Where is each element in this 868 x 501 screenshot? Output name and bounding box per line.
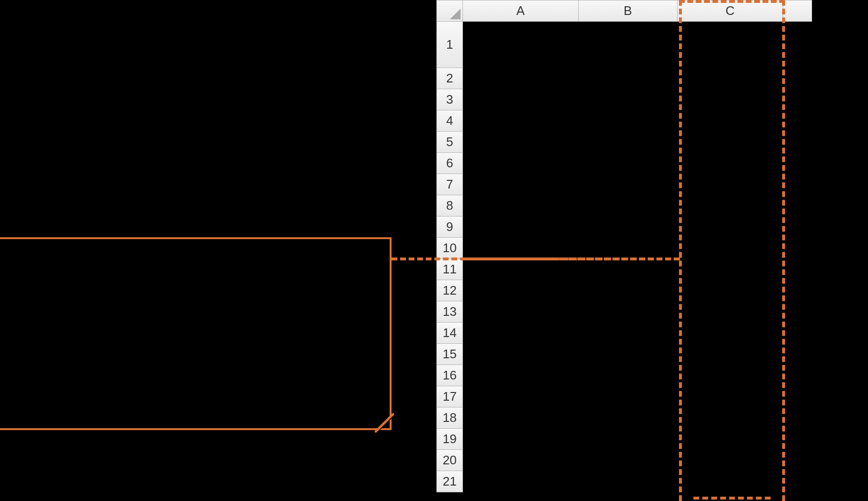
svg-line-1 xyxy=(375,413,394,433)
row-header-11[interactable]: 11 xyxy=(436,259,463,280)
column-header-c[interactable]: C xyxy=(678,0,783,22)
row-headers-column: 1 2 3 4 5 6 7 8 9 10 11 12 13 14 15 16 1… xyxy=(436,22,463,492)
row-header-6[interactable]: 6 xyxy=(436,153,463,174)
column-header-a[interactable]: A xyxy=(463,0,579,22)
row-header-7[interactable]: 7 xyxy=(436,174,463,195)
row-header-10[interactable]: 10 xyxy=(436,238,463,259)
row-header-13[interactable]: 13 xyxy=(436,301,463,323)
spreadsheet-fragment: A B C 1 2 3 4 5 6 7 8 9 10 11 12 13 14 1… xyxy=(436,0,868,501)
select-all-triangle-icon xyxy=(450,9,461,19)
row-header-20[interactable]: 20 xyxy=(436,450,463,471)
row-header-2[interactable]: 2 xyxy=(436,68,463,89)
column-header-b[interactable]: B xyxy=(579,0,678,22)
column-header-partial[interactable] xyxy=(783,0,812,22)
callout-box xyxy=(0,237,392,430)
row-header-4[interactable]: 4 xyxy=(436,110,463,132)
select-all-corner[interactable] xyxy=(436,0,463,22)
row-header-15[interactable]: 15 xyxy=(436,344,463,365)
row-header-5[interactable]: 5 xyxy=(436,132,463,153)
row-header-1[interactable]: 1 xyxy=(436,22,463,68)
row-header-17[interactable]: 17 xyxy=(436,386,463,407)
row-header-21[interactable]: 21 xyxy=(436,471,463,492)
row-header-9[interactable]: 9 xyxy=(436,217,463,238)
column-headers-row: A B C xyxy=(436,0,812,22)
row-header-3[interactable]: 3 xyxy=(436,89,463,110)
callout-notch xyxy=(375,413,394,433)
row-header-8[interactable]: 8 xyxy=(436,195,463,217)
row-header-16[interactable]: 16 xyxy=(436,365,463,386)
row-header-12[interactable]: 12 xyxy=(436,280,463,301)
row-header-14[interactable]: 14 xyxy=(436,323,463,344)
row-header-18[interactable]: 18 xyxy=(436,407,463,429)
row-header-19[interactable]: 19 xyxy=(436,429,463,450)
diagram-canvas: A B C 1 2 3 4 5 6 7 8 9 10 11 12 13 14 1… xyxy=(0,0,868,501)
